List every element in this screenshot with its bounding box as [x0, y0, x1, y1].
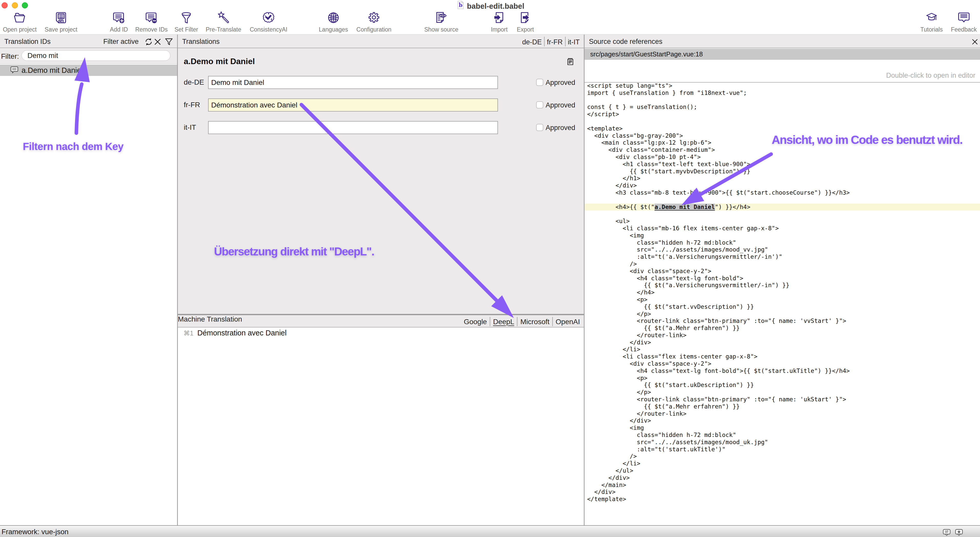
code-line: <div class="pb-10 pt-4">: [585, 154, 980, 161]
translation-id-item-selected[interactable]: a.Demo mit Daniel: [0, 65, 177, 76]
translations-panel: Translations de-DE fr-FR it-IT a.Demo mi…: [178, 35, 584, 525]
language-tabs: de-DE fr-FR it-IT: [522, 38, 580, 46]
mt-suggestion[interactable]: Démonstration avec Daniel: [197, 329, 286, 337]
code-line: const { t } = useTranslation();: [585, 104, 980, 111]
mt-provider-deepl[interactable]: DeepL: [490, 318, 517, 326]
status-bar: Framework: vue-json: [0, 525, 980, 537]
code-line: </div>: [585, 475, 980, 481]
code-line: </div>: [585, 417, 980, 424]
toolbar-show-source[interactable]: Show source: [420, 11, 463, 33]
code-line: class="hidden h-72 md:block": [585, 432, 980, 439]
filter-funnel-icon[interactable]: [165, 38, 173, 46]
mt-providers: Google DeepL Microsoft OpenAI: [464, 317, 580, 326]
approved-checkbox-de-DE[interactable]: [536, 79, 543, 86]
translation-id-label: a.Demo mit Daniel: [22, 66, 83, 75]
code-line: {{ $t("a.Mehr erfahren") }}: [585, 325, 980, 332]
rate-star-bubble-icon[interactable]: [955, 529, 963, 536]
toolbar-languages[interactable]: Languages: [312, 11, 355, 33]
code-line: </ul>: [585, 467, 980, 475]
code-line: import { useTranslation } from "i18next-…: [585, 89, 980, 97]
filter-input[interactable]: [22, 50, 170, 61]
approved-label: Approved: [546, 79, 575, 87]
translation-ids-panel: Translation IDs Filter active Filter:: [0, 35, 177, 525]
code-line: />: [585, 453, 980, 460]
code-line: :alt="t('start.ukTitle')": [585, 446, 980, 453]
code-line: <ul>: [585, 218, 980, 225]
translations-title: Translations: [182, 38, 220, 46]
notes-icon[interactable]: [567, 58, 573, 65]
toolbar-export[interactable]: Export: [506, 11, 544, 33]
source-references-title: Source code references: [589, 38, 662, 46]
code-line: <h4 class="text-lg font-bold">{{ $t("sta…: [585, 368, 980, 374]
splitter-handle[interactable]: [178, 314, 584, 315]
approved-checkbox-fr-FR[interactable]: [536, 101, 543, 108]
toolbar-configuration[interactable]: Configuration: [352, 11, 396, 33]
translation-input-fr-FR[interactable]: [208, 99, 498, 112]
toolbar-label: Feedback: [942, 26, 980, 33]
code-line: [585, 118, 980, 125]
release-notes-bubble-icon[interactable]: [943, 529, 951, 536]
machine-translation-body: ⌘1 Démonstration avec Daniel: [178, 327, 584, 525]
comment-bubble-icon: [11, 67, 18, 73]
tab-fr-FR[interactable]: fr-FR: [544, 38, 565, 46]
toolbar-label: Save project: [39, 26, 83, 33]
translation-key-title: a.Demo mit Daniel: [184, 57, 255, 66]
code-line: </template>: [585, 496, 980, 503]
code-line: </script>: [585, 111, 980, 118]
zoom-traffic-light[interactable]: [22, 2, 28, 8]
file-reference-row[interactable]: src/pages/start/GuestStartPage.vue:18: [585, 49, 980, 60]
code-line: {{ $t("a.Mehr erfahren") }}: [585, 403, 980, 410]
magic-wand-icon: [217, 11, 230, 24]
translations-header: Translations de-DE fr-FR it-IT: [178, 35, 584, 48]
toolbar-feedback[interactable]: Feedback: [942, 11, 980, 33]
code-line: src="../../assets/images/mood_uk.jpg": [585, 439, 980, 446]
code-line: <li class="flex items-center gap-x-8">: [585, 353, 980, 360]
toolbar-save-project[interactable]: Save project: [39, 11, 83, 33]
source-code-view[interactable]: <script setup lang="ts">import { useTran…: [585, 83, 980, 525]
file-reference: src/pages/start/GuestStartPage.vue:18: [590, 51, 703, 58]
window-title: babel-edit.babel: [467, 2, 524, 11]
translation-input-de-DE[interactable]: [208, 76, 498, 89]
tab-de-DE[interactable]: de-DE: [522, 38, 544, 46]
code-line: </div>: [585, 489, 980, 496]
code-line: </div>: [585, 339, 980, 346]
toolbar-pre-translate[interactable]: Pre-Translate: [202, 11, 245, 33]
mt-provider-openai[interactable]: OpenAI: [553, 318, 580, 326]
mt-provider-google[interactable]: Google: [464, 318, 490, 326]
close-icon[interactable]: [972, 39, 978, 45]
code-line: <h3 class="mb-8 text-blue-900">{{ $t("st…: [585, 189, 980, 196]
toolbar-consistency-ai[interactable]: ConsistencyAI: [244, 11, 293, 33]
toolbar-open-project[interactable]: Open project: [0, 11, 41, 33]
mt-provider-microsoft[interactable]: Microsoft: [517, 318, 552, 326]
code-line: [585, 97, 980, 104]
minimize-traffic-light[interactable]: [12, 2, 18, 8]
code-line: />: [585, 261, 980, 268]
approved-label: Approved: [546, 124, 575, 132]
mt-shortcut: ⌘1: [183, 330, 194, 337]
translation-input-it-IT[interactable]: [208, 121, 498, 134]
code-line: </li>: [585, 460, 980, 467]
source-code-references-panel: Source code references src/pages/start/G…: [585, 35, 980, 525]
code-line: {{ $t("start.ukDescription") }}: [585, 382, 980, 389]
code-line: src="../../assets/images/mood_vv.jpg": [585, 246, 980, 253]
code-line: :alt="t('a.Versicherungsvermittler/-in')…: [585, 253, 980, 261]
code-line: </h1>: [585, 175, 980, 182]
refresh-icon[interactable]: [145, 38, 153, 46]
brain-check-icon: [262, 11, 275, 24]
graduation-cap-icon: [926, 11, 938, 24]
reference-list-area: Double-click to open in editor: [585, 60, 980, 83]
gear-icon: [368, 11, 380, 24]
translation-ids-header: Translation IDs Filter active: [0, 35, 177, 48]
clear-filter-icon[interactable]: [154, 38, 161, 45]
close-traffic-light[interactable]: [2, 2, 8, 8]
babeledit-window: b babel-edit.babel Open project Save pro…: [0, 0, 980, 537]
approved-label: Approved: [546, 101, 575, 109]
machine-translation-title: Machine Translation: [178, 315, 242, 323]
tab-it-IT[interactable]: it-IT: [566, 38, 580, 46]
code-line: </p>: [585, 311, 980, 318]
approved-checkbox-it-IT[interactable]: [536, 124, 543, 131]
code-line: <li class="mb-16 flex items-center gap-x…: [585, 225, 980, 232]
code-line: <script setup lang="ts">: [585, 83, 980, 89]
framework-status: Framework: vue-json: [2, 528, 68, 536]
code-line: </p>: [585, 389, 980, 396]
